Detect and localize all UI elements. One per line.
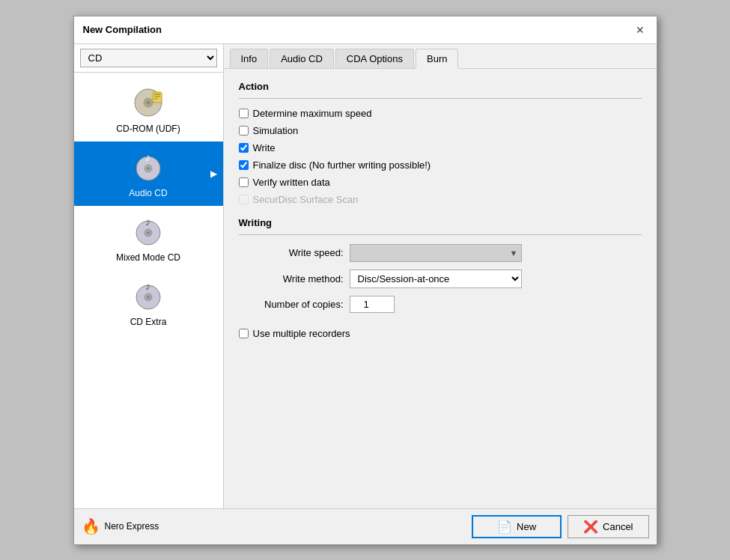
write-row: Write bbox=[239, 142, 642, 153]
new-button-label: New bbox=[517, 521, 536, 532]
nero-express-label: Nero Express bbox=[105, 521, 159, 532]
write-checkbox[interactable] bbox=[239, 143, 249, 153]
finalize-disc-row: Finalize disc (No further writing possib… bbox=[239, 159, 642, 171]
footer: 🔥 Nero Express 📄 New ❌ Cancel bbox=[74, 508, 657, 544]
left-panel: CD DVD Blu-ray bbox=[74, 44, 224, 508]
svg-rect-5 bbox=[154, 96, 160, 97]
write-speed-label: Write speed: bbox=[239, 247, 344, 258]
disc-type-select[interactable]: CD DVD Blu-ray bbox=[80, 49, 217, 67]
verify-written-data-label[interactable]: Verify written data bbox=[253, 177, 330, 188]
list-item-cd-extra[interactable]: ♪ CD Extra bbox=[74, 270, 223, 335]
number-of-copies-row: Number of copies: bbox=[239, 296, 642, 313]
use-multiple-recorders-row: Use multiple recorders bbox=[239, 328, 642, 339]
svg-text:♪: ♪ bbox=[145, 216, 150, 228]
cancel-icon: ❌ bbox=[583, 520, 598, 534]
simulation-label[interactable]: Simulation bbox=[253, 125, 299, 136]
number-of-copies-control bbox=[350, 296, 522, 313]
tab-audio-cd[interactable]: Audio CD bbox=[270, 49, 334, 68]
tab-bar: Info Audio CD CDA Options Burn bbox=[224, 44, 657, 69]
finalize-disc-checkbox[interactable] bbox=[239, 160, 249, 170]
determine-max-speed-row: Determine maximum speed bbox=[239, 108, 642, 119]
writing-section-title: Writing bbox=[239, 217, 642, 228]
new-compilation-dialog: New Compilation ✕ CD DVD Blu-ray bbox=[73, 16, 657, 545]
audio-cd-icon: ♪ bbox=[130, 149, 166, 185]
writing-section: Writing Write speed: ▼ Write method: bbox=[239, 217, 642, 339]
finalize-disc-label[interactable]: Finalize disc (No further writing possib… bbox=[253, 159, 431, 171]
securedisc-surface-scan-checkbox bbox=[239, 195, 249, 204]
use-multiple-recorders-checkbox[interactable] bbox=[239, 329, 249, 338]
tab-burn[interactable]: Burn bbox=[416, 49, 458, 69]
mixed-mode-cd-label: Mixed Mode CD bbox=[116, 252, 180, 263]
write-label[interactable]: Write bbox=[253, 142, 276, 153]
write-method-row: Write method: Disc/Session-at-once Track… bbox=[239, 270, 642, 288]
svg-text:♪: ♪ bbox=[145, 151, 150, 163]
new-document-icon: 📄 bbox=[497, 520, 512, 534]
verify-written-data-checkbox[interactable] bbox=[239, 177, 249, 187]
dialog-body: CD DVD Blu-ray bbox=[74, 44, 657, 508]
use-multiple-recorders-label[interactable]: Use multiple recorders bbox=[253, 328, 350, 339]
list-item-mixed-mode-cd[interactable]: ♪ Mixed Mode CD bbox=[74, 206, 223, 270]
close-button[interactable]: ✕ bbox=[633, 22, 648, 37]
cd-extra-label: CD Extra bbox=[130, 317, 167, 327]
compilation-type-list: CD-ROM (UDF) ♪ Audio CD ▶ bbox=[74, 73, 223, 508]
audio-cd-label: Audio CD bbox=[129, 188, 167, 198]
determine-max-speed-checkbox[interactable] bbox=[239, 109, 249, 118]
cancel-button[interactable]: ❌ Cancel bbox=[568, 515, 648, 538]
cdrom-udf-label: CD-ROM (UDF) bbox=[116, 124, 180, 134]
number-of-copies-label: Number of copies: bbox=[239, 299, 344, 310]
action-section: Action Determine maximum speed Simulatio… bbox=[239, 81, 642, 205]
burn-tab-content: Action Determine maximum speed Simulatio… bbox=[224, 69, 657, 508]
nero-express-icon: 🔥 bbox=[82, 517, 100, 535]
verify-written-data-row: Verify written data bbox=[239, 177, 642, 188]
securedisc-surface-scan-row: SecurDisc Surface Scan bbox=[239, 194, 642, 205]
svg-rect-4 bbox=[154, 94, 160, 95]
cancel-button-label: Cancel bbox=[603, 521, 633, 532]
svg-point-2 bbox=[147, 100, 150, 104]
number-of-copies-input[interactable] bbox=[350, 296, 395, 313]
new-button[interactable]: 📄 New bbox=[472, 515, 562, 538]
tab-cda-options[interactable]: CDA Options bbox=[335, 49, 414, 68]
nero-express-section: 🔥 Nero Express bbox=[82, 517, 159, 535]
svg-point-13 bbox=[147, 231, 150, 234]
writing-divider bbox=[239, 234, 642, 235]
write-speed-field[interactable]: ▼ bbox=[350, 244, 522, 262]
write-speed-row: Write speed: ▼ bbox=[239, 244, 642, 262]
list-item-audio-cd[interactable]: ♪ Audio CD ▶ bbox=[74, 141, 223, 206]
svg-point-9 bbox=[147, 167, 150, 170]
action-divider bbox=[239, 98, 642, 99]
right-panel: Info Audio CD CDA Options Burn Action De… bbox=[224, 44, 657, 508]
tab-info[interactable]: Info bbox=[230, 49, 269, 68]
securedisc-surface-scan-label: SecurDisc Surface Scan bbox=[253, 194, 359, 205]
svg-point-17 bbox=[147, 296, 150, 299]
disc-type-dropdown-container: CD DVD Blu-ray bbox=[74, 44, 223, 73]
write-method-control: Disc/Session-at-once Track-at-once Raw w… bbox=[350, 270, 522, 288]
action-section-title: Action bbox=[239, 81, 642, 92]
dialog-title: New Compilation bbox=[83, 24, 162, 35]
mixed-mode-cd-icon: ♪ bbox=[130, 213, 166, 249]
svg-text:♪: ♪ bbox=[145, 280, 150, 292]
simulation-checkbox[interactable] bbox=[239, 126, 249, 136]
write-method-label: Write method: bbox=[239, 273, 344, 284]
write-speed-control: ▼ bbox=[350, 244, 522, 262]
audio-cd-arrow: ▶ bbox=[210, 168, 217, 179]
list-item-cdrom-udf[interactable]: CD-ROM (UDF) bbox=[74, 77, 223, 141]
svg-rect-6 bbox=[154, 98, 158, 100]
write-speed-dropdown-icon: ▼ bbox=[510, 249, 518, 258]
title-bar: New Compilation ✕ bbox=[74, 16, 657, 44]
write-method-select[interactable]: Disc/Session-at-once Track-at-once Raw w… bbox=[350, 270, 522, 288]
cd-extra-icon: ♪ bbox=[130, 278, 166, 314]
footer-buttons: 📄 New ❌ Cancel bbox=[472, 515, 648, 538]
determine-max-speed-label[interactable]: Determine maximum speed bbox=[253, 108, 372, 119]
cdrom-udf-icon bbox=[130, 85, 166, 121]
simulation-row: Simulation bbox=[239, 125, 642, 136]
